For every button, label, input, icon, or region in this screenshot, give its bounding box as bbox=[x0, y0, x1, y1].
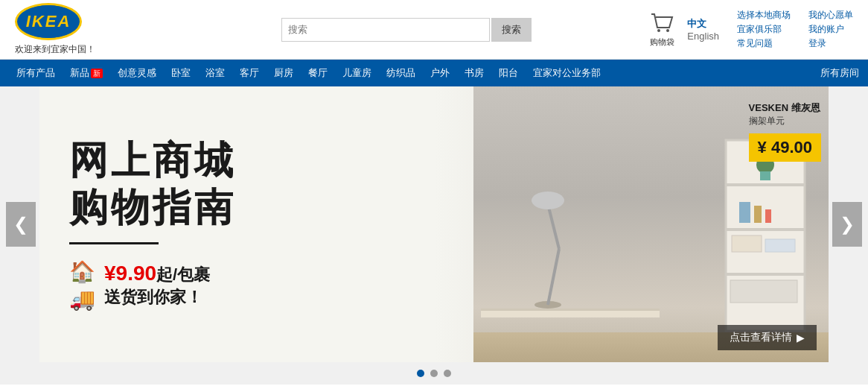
svg-line-4 bbox=[548, 204, 559, 249]
banner-left: 网上商城 购物指南 🏠 🚚 ¥9.90起/包裹 送货到你家！ bbox=[39, 86, 473, 362]
svg-rect-16 bbox=[765, 239, 795, 252]
dot-3[interactable] bbox=[444, 370, 451, 377]
svg-rect-12 bbox=[739, 202, 750, 223]
banner-title: 网上商城 购物指南 bbox=[69, 137, 444, 230]
nav-dining[interactable]: 餐厅 bbox=[301, 60, 335, 86]
dot-1[interactable] bbox=[417, 370, 424, 377]
nav-all-products[interactable]: 所有产品 bbox=[9, 60, 63, 86]
product-price: ¥ 49.00 bbox=[749, 133, 821, 162]
welcome-text: 欢迎来到宜家中国！ bbox=[15, 43, 95, 56]
new-tag: 新 bbox=[91, 69, 103, 78]
search-button[interactable]: 搜索 bbox=[491, 18, 532, 42]
ikea-logo-text: IKEA bbox=[26, 12, 71, 31]
lang-zh[interactable]: 中文 bbox=[687, 17, 706, 31]
top-link-faq[interactable]: 常见问题 bbox=[737, 37, 791, 50]
svg-point-5 bbox=[532, 192, 564, 209]
delivery-price-text: ¥9.90起/包裹 bbox=[104, 262, 210, 286]
top-link-store[interactable]: 选择本地商场 bbox=[737, 9, 791, 22]
nav-new[interactable]: 新品新 bbox=[63, 60, 110, 86]
delivery-unit: 起/包裹 bbox=[156, 265, 210, 284]
search-area: 搜索 bbox=[164, 18, 648, 42]
header: IKEA 欢迎来到宜家中国！ 搜索 购物袋 中文 English 选择本地商场 … bbox=[0, 0, 868, 60]
nav-study[interactable]: 书房 bbox=[457, 60, 491, 86]
banner-container: 网上商城 购物指南 🏠 🚚 ¥9.90起/包裹 送货到你家！ bbox=[39, 86, 829, 362]
product-name: VESKEN 维灰恩 bbox=[749, 101, 821, 115]
banner-prev-button[interactable]: ❮ bbox=[6, 202, 36, 247]
nav-outdoor[interactable]: 户外 bbox=[423, 60, 457, 86]
banner-cta-button[interactable]: 点击查看详情 ▶ bbox=[718, 325, 817, 350]
banner-divider bbox=[69, 242, 159, 244]
nav-all-rooms[interactable]: 所有房间 bbox=[820, 66, 859, 80]
desk bbox=[481, 309, 660, 317]
search-input[interactable] bbox=[281, 18, 490, 42]
delivery-price: ¥9.90 bbox=[104, 262, 156, 285]
top-link-club[interactable]: 宜家俱乐部 bbox=[737, 23, 791, 36]
top-link-account[interactable]: 我的账户 bbox=[808, 23, 853, 36]
dot-2[interactable] bbox=[430, 370, 438, 377]
banner-delivery: 🏠 🚚 ¥9.90起/包裹 送货到你家！ bbox=[69, 259, 444, 312]
ikea-logo[interactable]: IKEA bbox=[15, 3, 82, 40]
nav-textiles[interactable]: 纺织品 bbox=[379, 60, 423, 86]
banner-wrapper: ❮ 网上商城 购物指南 🏠 🚚 ¥9.90起/包裹 bbox=[0, 86, 868, 362]
nav-living[interactable]: 客厅 bbox=[232, 60, 267, 86]
truck-icon: 🚚 bbox=[69, 287, 95, 312]
nav-kitchen[interactable]: 厨房 bbox=[267, 60, 301, 86]
svg-rect-17 bbox=[730, 280, 797, 303]
svg-rect-13 bbox=[754, 206, 762, 223]
shelf-svg bbox=[724, 139, 806, 332]
banner-cta-text: 点击查看详情 bbox=[730, 331, 792, 344]
product-scene: VESKEN 维灰恩 搁架单元 ¥ 49.00 点击查看详情 ▶ bbox=[473, 86, 829, 362]
nav-kids[interactable]: 儿童房 bbox=[335, 60, 379, 86]
nav-bedroom[interactable]: 卧室 bbox=[164, 60, 198, 86]
lang-area: 中文 English bbox=[687, 17, 719, 42]
delivery-icon: 🏠 🚚 bbox=[69, 259, 95, 312]
nav-items: 所有产品 新品新 创意灵感 卧室 浴室 客厅 厨房 餐厅 儿童房 纺织品 户外 … bbox=[9, 60, 820, 86]
svg-rect-8 bbox=[726, 228, 805, 231]
right-area: 购物袋 中文 English 选择本地商场 宜家俱乐部 常见问题 我的心愿单 我… bbox=[648, 9, 853, 50]
banner-right: VESKEN 维灰恩 搁架单元 ¥ 49.00 点击查看详情 ▶ bbox=[473, 86, 829, 362]
cart-icon bbox=[648, 11, 675, 35]
banner-delivery-text: ¥9.90起/包裹 送货到你家！ bbox=[104, 262, 210, 309]
svg-rect-9 bbox=[726, 273, 805, 276]
nav-bathroom[interactable]: 浴室 bbox=[198, 60, 232, 86]
nav-inspiration[interactable]: 创意灵感 bbox=[110, 60, 164, 86]
svg-line-3 bbox=[548, 249, 559, 305]
banner-next-button[interactable]: ❯ bbox=[832, 202, 862, 247]
top-link-wishlist[interactable]: 我的心愿单 bbox=[808, 9, 853, 22]
cta-arrow-icon: ▶ bbox=[797, 332, 805, 344]
svg-point-0 bbox=[657, 29, 660, 32]
banner-title-line1: 网上商城 bbox=[69, 137, 444, 183]
banner-dots bbox=[0, 362, 868, 385]
svg-rect-15 bbox=[732, 235, 762, 252]
house-icon: 🏠 bbox=[69, 259, 95, 284]
product-subtitle: 搁架单元 bbox=[749, 115, 821, 127]
banner-title-line2: 购物指南 bbox=[69, 184, 444, 230]
cart-area[interactable]: 购物袋 bbox=[648, 11, 675, 48]
logo-area: IKEA 欢迎来到宜家中国！ bbox=[15, 3, 134, 56]
svg-rect-11 bbox=[760, 171, 770, 180]
lang-en[interactable]: English bbox=[687, 31, 719, 42]
top-links-right: 我的心愿单 我的账户 登录 bbox=[808, 9, 853, 50]
cart-label: 购物袋 bbox=[650, 37, 674, 48]
top-links: 选择本地商场 宜家俱乐部 常见问题 bbox=[737, 9, 791, 50]
nav-business[interactable]: 宜家对公业务部 bbox=[526, 60, 608, 86]
nav-bar: 所有产品 新品新 创意灵感 卧室 浴室 客厅 厨房 餐厅 儿童房 纺织品 户外 … bbox=[0, 60, 868, 86]
svg-rect-7 bbox=[726, 183, 805, 186]
banner-slide: 网上商城 购物指南 🏠 🚚 ¥9.90起/包裹 送货到你家！ bbox=[39, 86, 829, 362]
top-link-login[interactable]: 登录 bbox=[808, 37, 853, 50]
svg-rect-14 bbox=[765, 209, 771, 223]
product-info: VESKEN 维灰恩 搁架单元 ¥ 49.00 bbox=[749, 101, 821, 162]
nav-balcony[interactable]: 阳台 bbox=[491, 60, 526, 86]
lamp-svg bbox=[518, 159, 607, 309]
svg-point-1 bbox=[666, 29, 669, 32]
delivery-home-text: 送货到你家！ bbox=[104, 286, 210, 309]
